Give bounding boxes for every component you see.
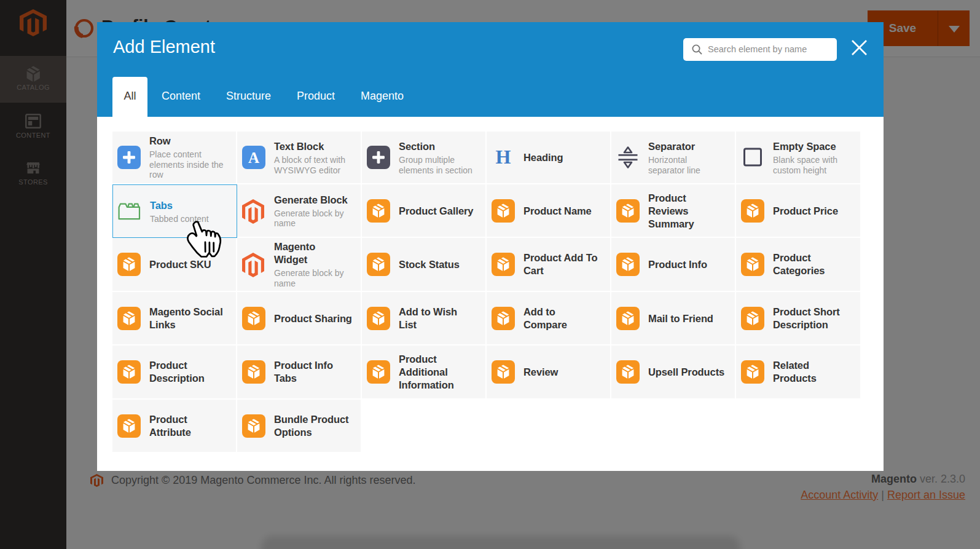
svg-text:H: H: [496, 146, 511, 168]
svg-text:A: A: [248, 149, 259, 166]
